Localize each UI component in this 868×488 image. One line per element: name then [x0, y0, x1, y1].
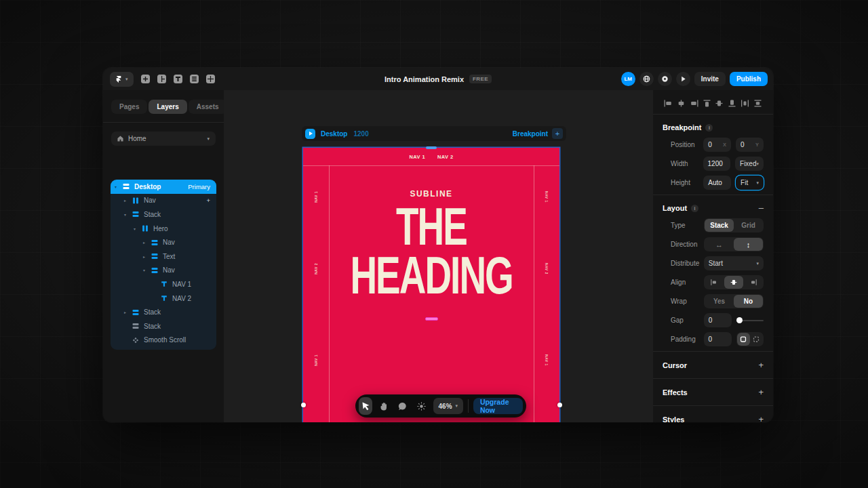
position-y-input[interactable]: 0Y — [736, 138, 764, 152]
disclosure-closed-icon[interactable]: ▸ — [143, 254, 149, 259]
distribute-select[interactable]: Start▾ — [704, 256, 764, 270]
height-input[interactable]: Auto — [703, 176, 731, 190]
align-top-icon — [702, 99, 712, 108]
toolbar-layout-button[interactable] — [157, 75, 166, 83]
disclosure-closed-icon[interactable]: ▸ — [143, 240, 149, 245]
padding-individual-option[interactable] — [750, 333, 763, 346]
distribute-h-button[interactable] — [740, 98, 750, 107]
columns-icon — [132, 197, 139, 204]
resize-handle-left[interactable] — [301, 403, 306, 407]
preview-button[interactable] — [676, 72, 690, 86]
align-middle-v-button[interactable] — [714, 98, 724, 107]
align-center-h-button[interactable] — [676, 98, 686, 107]
disclosure-open-icon[interactable]: ▾ — [134, 226, 140, 231]
publish-button[interactable]: Publish — [730, 72, 768, 86]
design-heading-line2[interactable]: HEADING — [303, 249, 559, 287]
expand-cursor-button[interactable]: + — [758, 360, 764, 370]
insert-plus-icon — [141, 75, 150, 83]
canvas-area[interactable]: Desktop 1200 Breakpoint + NAV 1NAV 2 SUB… — [224, 90, 652, 422]
position-x-input[interactable]: 0X — [703, 138, 731, 152]
text-tool-icon — [174, 75, 182, 83]
comment-tool-button[interactable] — [396, 397, 410, 415]
invite-button[interactable]: Invite — [694, 72, 726, 86]
frame-name[interactable]: Desktop — [321, 130, 347, 138]
layer-label: Desktop — [134, 183, 161, 190]
add-layer-button[interactable]: + — [206, 197, 210, 204]
info-icon[interactable]: i — [691, 205, 698, 212]
pan-tool-button[interactable] — [377, 397, 391, 415]
type-stack-option[interactable]: Stack — [705, 219, 734, 232]
design-heading-line1[interactable]: THE — [303, 201, 559, 239]
layer-row-hero[interactable]: ▾Hero — [111, 222, 216, 236]
select-tool-button[interactable] — [359, 397, 372, 415]
expand-styles-button[interactable]: + — [758, 414, 764, 422]
wrap-no-option[interactable]: No — [734, 295, 763, 308]
disclosure-open-icon[interactable]: ▾ — [143, 268, 149, 272]
layer-row-stack[interactable]: Stack — [111, 319, 216, 333]
padding-uniform-option[interactable] — [737, 333, 750, 346]
toolbar-text-tool-button[interactable] — [174, 75, 182, 83]
tab-layers[interactable]: Layers — [149, 100, 186, 114]
toolbar-insert-plus-button[interactable] — [141, 75, 150, 83]
type-grid-option[interactable]: Grid — [734, 219, 763, 232]
direction-vertical-option[interactable]: ↕ — [734, 238, 763, 251]
align-top-button[interactable] — [702, 98, 712, 107]
slider-knob[interactable] — [736, 317, 743, 323]
framer-logo-menu-button[interactable]: ▾ — [110, 72, 134, 87]
tab-assets[interactable]: Assets — [189, 100, 227, 114]
align-end-option[interactable] — [743, 276, 763, 289]
layer-row-stack[interactable]: ▾Stack — [111, 207, 216, 222]
width-mode-select[interactable]: Fixed▾ — [735, 157, 764, 171]
upgrade-now-button[interactable]: Upgrade Now — [473, 398, 523, 414]
layer-row-stack[interactable]: ▸Stack — [111, 305, 216, 319]
wrap-yes-option[interactable]: Yes — [705, 295, 734, 308]
tab-pages[interactable]: Pages — [111, 100, 147, 114]
toolbar-stack-tool-button[interactable] — [190, 75, 199, 83]
layer-row-nav[interactable]: ▸Nav — [111, 235, 216, 249]
collapse-section-icon[interactable]: – — [759, 205, 764, 211]
align-left-button[interactable] — [663, 98, 673, 107]
align-start-option[interactable] — [705, 276, 724, 289]
align-bottom-button[interactable] — [727, 98, 737, 107]
zoom-level-select[interactable]: 46% ▾ — [433, 398, 464, 414]
design-nav-item-1[interactable]: NAV 1 — [409, 154, 425, 160]
add-breakpoint-button[interactable]: + — [552, 128, 563, 139]
align-center-option[interactable] — [724, 276, 744, 289]
desktop-frame[interactable]: NAV 1NAV 2 SUBLINE THE HEADING NAV 1NAV … — [303, 148, 559, 422]
theme-toggle-button[interactable] — [414, 397, 428, 415]
record-button[interactable] — [658, 72, 672, 86]
distribute-v-button[interactable] — [753, 98, 763, 107]
layer-row-smooth-scroll[interactable]: Smooth Scroll — [111, 333, 216, 348]
page-selector[interactable]: Home ▾ — [111, 131, 216, 146]
gap-input[interactable]: 0 — [704, 313, 732, 327]
width-input[interactable]: 1200 — [703, 157, 731, 171]
user-avatar[interactable]: LM — [621, 72, 635, 86]
disclosure-closed-icon[interactable]: ▸ — [124, 310, 130, 314]
layer-row-nav[interactable]: ▸Nav+ — [111, 194, 216, 208]
disclosure-open-icon[interactable]: ▾ — [124, 212, 130, 217]
frame-preview-button[interactable] — [305, 129, 315, 139]
gap-slider[interactable] — [736, 317, 764, 323]
disclosure-closed-icon[interactable]: ▸ — [124, 198, 130, 203]
layer-row-nav[interactable]: ▾Nav — [111, 264, 216, 278]
toolbar-component-grid-button[interactable] — [206, 75, 215, 83]
layer-row-nav-1[interactable]: NAV 1 — [111, 277, 216, 291]
cursor-icon — [361, 402, 370, 411]
resize-handle-top[interactable] — [426, 146, 437, 149]
selected-element-indicator[interactable] — [425, 317, 438, 321]
resize-handle-right[interactable] — [557, 403, 562, 407]
layer-row-nav-2[interactable]: NAV 2 — [111, 291, 216, 306]
layer-row-text[interactable]: ▸Text — [111, 249, 216, 264]
disclosure-open-icon[interactable]: ▾ — [115, 184, 121, 189]
design-nav-item-2[interactable]: NAV 2 — [437, 154, 454, 160]
info-icon[interactable]: i — [705, 124, 713, 131]
layer-row-desktop[interactable]: ▾DesktopPrimary — [111, 180, 216, 194]
align-right-button[interactable] — [689, 98, 699, 107]
chevron-down-icon: ▾ — [756, 180, 759, 186]
direction-horizontal-option[interactable]: ↔ — [705, 238, 734, 251]
height-mode-select[interactable]: Fit▾ — [736, 176, 764, 190]
design-side-label-right-3: NAV 1 — [545, 354, 549, 366]
padding-input[interactable]: 0 — [704, 332, 732, 346]
site-settings-button[interactable] — [639, 72, 654, 86]
expand-effects-button[interactable]: + — [758, 387, 764, 397]
